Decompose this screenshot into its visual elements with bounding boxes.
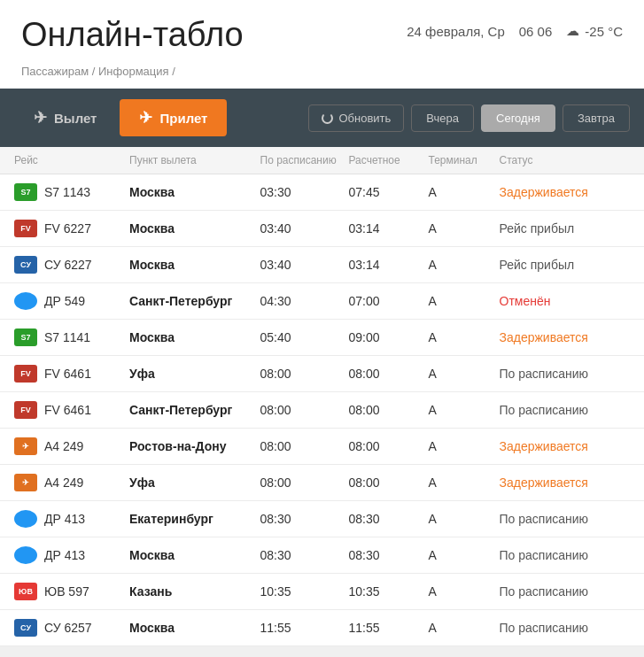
airline-icon: S7 xyxy=(14,183,37,201)
flight-terminal: A xyxy=(429,258,500,272)
flight-terminal: A xyxy=(429,221,500,236)
flight-status: Задерживается xyxy=(500,185,631,199)
flight-estimated: 10:35 xyxy=(349,584,429,599)
flight-estimated: 08:30 xyxy=(349,512,429,526)
table-row[interactable]: ЮВ ЮВ 597 Казань 10:35 10:35 A По распис… xyxy=(0,574,644,610)
flight-origin: Москва xyxy=(129,185,260,199)
tabs-bar: ✈ Вылет ✈ Прилет Обновить Вчера Сегодня … xyxy=(0,89,644,147)
flight-estimated: 08:00 xyxy=(349,403,429,417)
main-panel: ✈ Вылет ✈ Прилет Обновить Вчера Сегодня … xyxy=(0,89,644,646)
flight-status: Рейс прибыл xyxy=(500,258,631,272)
flight-origin: Санкт-Петербург xyxy=(129,294,260,308)
airline-icon xyxy=(14,510,37,528)
flight-terminal: A xyxy=(429,330,500,344)
page-header: Онлайн-табло 24 февраля, Ср 06 06 ☁ -25 … xyxy=(0,0,644,63)
update-button[interactable]: Обновить xyxy=(308,104,404,132)
flight-terminal: A xyxy=(429,403,500,417)
flight-terminal: A xyxy=(429,475,500,490)
flight-scheduled: 11:55 xyxy=(260,621,349,635)
airline-icon: СУ xyxy=(14,619,37,637)
table-row[interactable]: S7 S7 1143 Москва 03:30 07:45 A Задержив… xyxy=(0,174,644,211)
yesterday-button[interactable]: Вчера xyxy=(411,104,474,132)
header-info: 24 февраля, Ср 06 06 ☁ -25 °C xyxy=(407,16,623,39)
flight-status: По расписанию xyxy=(500,621,631,635)
airline-icon: ✈ xyxy=(14,437,37,455)
tab-departure-label: Вылет xyxy=(54,111,97,126)
flight-estimated: 08:30 xyxy=(349,548,429,562)
flight-terminal: A xyxy=(429,512,500,526)
weather-info: ☁ -25 °C xyxy=(566,23,623,39)
flight-scheduled: 04:30 xyxy=(260,294,349,308)
airline-icon: FV xyxy=(14,401,37,419)
table-header: Рейс Пункт вылета По расписанию Расчетно… xyxy=(0,147,644,174)
flight-estimated: 11:55 xyxy=(349,621,429,635)
flight-scheduled: 08:00 xyxy=(260,475,349,490)
table-row[interactable]: S7 S7 1141 Москва 05:40 09:00 A Задержив… xyxy=(0,320,644,356)
table-row[interactable]: СУ СУ 6257 Москва 11:55 11:55 A По распи… xyxy=(0,610,644,646)
flight-estimated: 03:14 xyxy=(349,258,429,272)
flight-estimated: 08:00 xyxy=(349,439,429,453)
flight-status: По расписанию xyxy=(500,512,631,526)
flight-number: ДР 413 xyxy=(14,546,129,564)
airline-icon xyxy=(14,292,37,310)
table-row[interactable]: FV FV 6461 Санкт-Петербург 08:00 08:00 A… xyxy=(0,392,644,429)
col-origin: Пункт вылета xyxy=(129,154,260,166)
col-flight: Рейс xyxy=(14,154,129,166)
flight-estimated: 07:00 xyxy=(349,294,429,308)
flight-origin: Москва xyxy=(129,548,260,562)
table-row[interactable]: FV FV 6461 Уфа 08:00 08:00 A По расписан… xyxy=(0,356,644,392)
flight-terminal: A xyxy=(429,294,500,308)
update-label: Обновить xyxy=(338,112,391,125)
temperature: -25 °C xyxy=(585,24,623,39)
col-estimated: Расчетное xyxy=(349,154,429,166)
table-row[interactable]: FV FV 6227 Москва 03:40 03:14 A Рейс при… xyxy=(0,211,644,247)
flight-scheduled: 08:00 xyxy=(260,439,349,453)
flight-estimated: 09:00 xyxy=(349,330,429,344)
flight-origin: Казань xyxy=(129,584,260,599)
flight-number: FV FV 6461 xyxy=(14,365,129,383)
table-row[interactable]: ДР 549 Санкт-Петербург 04:30 07:00 A Отм… xyxy=(0,283,644,320)
flight-terminal: A xyxy=(429,548,500,562)
tab-departure[interactable]: ✈ Вылет xyxy=(14,99,116,136)
flight-scheduled: 03:40 xyxy=(260,258,349,272)
flight-origin: Ростов-на-Дону xyxy=(129,439,260,453)
flight-number: FV FV 6461 xyxy=(14,401,129,419)
flight-scheduled: 08:30 xyxy=(260,548,349,562)
flight-status: По расписанию xyxy=(500,403,631,417)
flight-origin: Москва xyxy=(129,621,260,635)
flight-origin: Уфа xyxy=(129,475,260,490)
flight-terminal: A xyxy=(429,621,500,635)
table-row[interactable]: ✈ A4 249 Ростов-на-Дону 08:00 08:00 A За… xyxy=(0,429,644,465)
table-row[interactable]: ✈ A4 249 Уфа 08:00 08:00 A Задерживается xyxy=(0,465,644,501)
toolbar-right: Обновить Вчера Сегодня Завтра xyxy=(308,104,630,132)
page-title: Онлайн-табло xyxy=(21,16,244,54)
table-row[interactable]: ДР 413 Москва 08:30 08:30 A По расписани… xyxy=(0,537,644,574)
flight-terminal: A xyxy=(429,185,500,199)
refresh-icon xyxy=(322,112,333,124)
table-row[interactable]: СУ СУ 6227 Москва 03:40 03:14 A Рейс при… xyxy=(0,247,644,283)
flight-status: Задерживается xyxy=(500,439,631,453)
tab-arrival-label: Прилет xyxy=(159,111,207,126)
airline-icon xyxy=(14,546,37,564)
tomorrow-button[interactable]: Завтра xyxy=(563,104,630,132)
flight-number: FV FV 6227 xyxy=(14,220,129,237)
tab-arrival[interactable]: ✈ Прилет xyxy=(120,99,227,136)
airline-icon: FV xyxy=(14,365,37,383)
flight-scheduled: 08:00 xyxy=(260,367,349,381)
table-row[interactable]: ДР 413 Екатеринбург 08:30 08:30 A По рас… xyxy=(0,501,644,537)
flight-scheduled: 08:30 xyxy=(260,512,349,526)
departure-icon: ✈ xyxy=(34,108,47,128)
col-scheduled: По расписанию xyxy=(260,154,349,166)
flight-number: ДР 549 xyxy=(14,292,129,310)
flight-status: Задерживается xyxy=(500,475,631,490)
airline-icon: ✈ xyxy=(14,474,37,491)
flight-estimated: 08:00 xyxy=(349,475,429,490)
flight-number: S7 S7 1143 xyxy=(14,183,129,201)
flight-number: ✈ A4 249 xyxy=(14,437,129,455)
today-button[interactable]: Сегодня xyxy=(481,104,555,132)
flight-number: СУ СУ 6227 xyxy=(14,256,129,274)
flight-scheduled: 03:30 xyxy=(260,185,349,199)
flight-origin: Москва xyxy=(129,258,260,272)
col-terminal: Терминал xyxy=(429,154,500,166)
arrival-icon: ✈ xyxy=(139,108,152,128)
